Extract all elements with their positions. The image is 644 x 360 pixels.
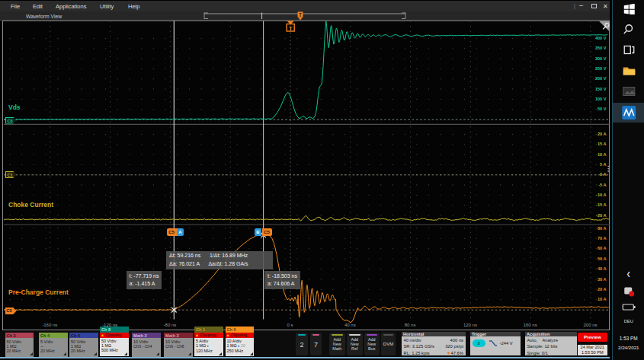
svg-text:T: T <box>299 11 302 17</box>
